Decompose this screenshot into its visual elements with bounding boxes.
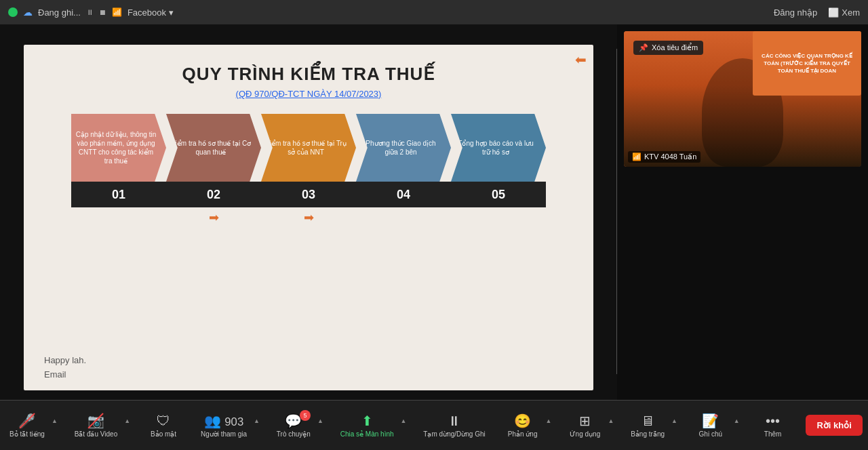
mic-button[interactable]: 🎤 Bỏ tắt tiếng — [5, 410, 49, 441]
more-label: Thêm — [764, 430, 782, 438]
steps-row: Cập nhật dữ liệu, thông tin vào phần mềm… — [37, 114, 580, 225]
slide-footer: Happy lah. Email — [44, 354, 86, 382]
video-button[interactable]: 📷 Bắt đầu Video — [71, 410, 122, 441]
slide-area: ⬅ QUY TRÌNH KIỂM TRA THUẾ (QĐ 970/QĐ-TCT… — [0, 24, 617, 424]
step-1-label: 01 — [71, 182, 166, 207]
chat-button[interactable]: 💬 5 Trò chuyện — [273, 410, 315, 441]
video-icon: 📷 — [87, 413, 104, 429]
wifi-icon: 📶 — [112, 7, 122, 17]
participants-icon: 👥 903 — [204, 413, 243, 429]
step-2-arrow: Kiểm tra hồ sơ thuế tại Cơ quan thuế — [166, 114, 261, 182]
main-area: ⬅ QUY TRÌNH KIỂM TRA THUẾ (QĐ 970/QĐ-TCT… — [0, 24, 868, 424]
step-3: Kiểm tra hồ sơ thuế tại Trụ sở của NNT 0… — [261, 114, 356, 225]
side-slide-thumbnail: CÁC CÔNG VIỆC QUAN TRỌNG KẾ TOÁN (TRƯỚC … — [753, 31, 861, 96]
step-3-below-arrow: ➡ — [304, 210, 314, 225]
participants-expand-icon[interactable]: ▲ — [254, 417, 260, 424]
mic-icon: 🎤 — [18, 413, 35, 429]
slide-frame: ⬅ QUY TRÌNH KIỂM TRA THUẾ (QĐ 970/QĐ-TCT… — [24, 45, 593, 390]
slide-subtitle: (QĐ 970/QĐ-TCT NGÀY 14/07/2023) — [24, 89, 593, 99]
mic-expand-icon[interactable]: ▲ — [52, 417, 58, 424]
pin-tooltip-text: Xóa tiêu điểm — [652, 43, 698, 52]
video-name-bar: 📶 KTV 4048 Tuấn — [628, 151, 701, 163]
participants-label: Người tham gia — [201, 430, 247, 438]
video-expand-icon[interactable]: ▲ — [124, 417, 130, 424]
reactions-expand-icon[interactable]: ▲ — [546, 417, 552, 424]
notes-button[interactable]: 📝 Ghi chú — [690, 410, 731, 441]
view-button[interactable]: ⬜ Xem — [828, 7, 860, 18]
signal-icon: 📶 — [632, 152, 642, 161]
mic-label: Bỏ tắt tiếng — [9, 430, 45, 438]
step-4-arrow: Phương thức Giao dịch giữa 2 bên — [356, 114, 451, 182]
end-button[interactable]: Rời khỏi — [806, 415, 862, 436]
video-name: KTV 4048 Tuấn — [644, 152, 696, 161]
share-label: Chia sẻ Màn hình — [340, 430, 394, 438]
step-1-arrow: Cập nhật dữ liệu, thông tin vào phần mềm… — [71, 114, 166, 182]
stop-icon[interactable]: ⏹ — [99, 8, 106, 16]
pin-icon: 📌 — [639, 43, 648, 52]
reactions-button[interactable]: 😊 Phản ứng — [502, 410, 543, 441]
security-group: 🛡 Bảo mật — [143, 411, 184, 441]
notes-expand-icon[interactable]: ▲ — [734, 417, 740, 424]
chat-badge: 5 — [300, 410, 311, 421]
pin-tooltip[interactable]: 📌 Xóa tiêu điểm — [633, 41, 703, 55]
video-label: Bắt đầu Video — [75, 430, 118, 438]
side-slide-text: CÁC CÔNG VIỆC QUAN TRỌNG KẾ TOÁN (TRƯỚC … — [753, 49, 861, 78]
share-icon: ⬆ — [361, 413, 373, 429]
apps-icon: ⊞ — [579, 413, 591, 429]
notes-group: 📝 Ghi chú ▲ — [690, 410, 740, 441]
recording-label: Đang ghi... — [38, 7, 81, 18]
step-2-below-arrow: ➡ — [209, 210, 219, 225]
view-icon: ⬜ — [828, 7, 839, 18]
step-3-arrow: Kiểm tra hồ sơ thuế tại Trụ sở của NNT — [261, 114, 356, 182]
chat-label: Trò chuyện — [277, 430, 311, 438]
step-5: Tổng hợp báo cáo và lưu trữ hồ sơ 05 — [451, 114, 546, 225]
whiteboard-expand-icon[interactable]: ▲ — [671, 417, 677, 424]
facebook-label: Facebook — [127, 7, 166, 18]
pause-icon[interactable]: ⏸ — [86, 8, 94, 16]
step-5-arrow: Tổng hợp báo cáo và lưu trữ hồ sơ — [451, 114, 546, 182]
right-panel: 📌 Xóa tiêu điểm 📶 KTV 4048 Tuấn CÁC CÔNG… — [617, 24, 868, 424]
apps-button[interactable]: ⊞ Ứng dụng — [564, 410, 605, 441]
reactions-icon: 😊 — [514, 413, 531, 429]
record-icon: ⏸ — [448, 413, 461, 429]
security-label: Bảo mật — [151, 430, 176, 438]
cloud-icon: ☁ — [23, 7, 33, 18]
record-button[interactable]: ⏸ Tạm dừng/Dừng Ghi — [419, 411, 489, 441]
chevron-down-icon: ▾ — [169, 7, 174, 18]
step-2-label: 02 — [166, 182, 261, 207]
reactions-label: Phản ứng — [508, 430, 538, 438]
topbar-left: ☁ Đang ghi... ⏸ ⏹ 📶 Facebook ▾ — [8, 7, 766, 18]
recording-dot — [8, 7, 18, 17]
apps-label: Ứng dụng — [570, 430, 601, 438]
share-button[interactable]: ⬆ Chia sẻ Màn hình — [336, 410, 398, 441]
toolbar: 🎤 Bỏ tắt tiếng ▲ 📷 Bắt đầu Video ▲ 🛡 Bảo… — [0, 400, 868, 450]
more-button[interactable]: ••• Thêm — [753, 411, 793, 441]
mic-group: 🎤 Bỏ tắt tiếng ▲ — [5, 410, 58, 441]
back-arrow-icon[interactable]: ⬅ — [575, 52, 587, 68]
step-2: Kiểm tra hồ sơ thuế tại Cơ quan thuế 02 … — [166, 114, 261, 225]
participants-group: 👥 903 Người tham gia ▲ — [197, 410, 260, 441]
record-group: ⏸ Tạm dừng/Dừng Ghi — [419, 411, 489, 441]
step-4: Phương thức Giao dịch giữa 2 bên 04 — [356, 114, 451, 225]
chat-group: 💬 5 Trò chuyện ▲ — [273, 410, 323, 441]
whiteboard-icon: 🖥 — [641, 413, 654, 429]
apps-group: ⊞ Ứng dụng ▲ — [564, 410, 614, 441]
participants-button[interactable]: 👥 903 Người tham gia — [197, 410, 251, 441]
login-button[interactable]: Đăng nhập — [774, 7, 817, 18]
share-group: ⬆ Chia sẻ Màn hình ▲ — [336, 410, 407, 441]
apps-expand-icon[interactable]: ▲ — [608, 417, 614, 424]
record-label: Tạm dừng/Dừng Ghi — [423, 430, 485, 438]
whiteboard-button[interactable]: 🖥 Bảng trắng — [627, 411, 669, 441]
share-expand-icon[interactable]: ▲ — [401, 417, 407, 424]
whiteboard-label: Bảng trắng — [631, 430, 665, 438]
chat-expand-icon[interactable]: ▲ — [317, 417, 323, 424]
security-button[interactable]: 🛡 Bảo mật — [143, 411, 184, 441]
more-group: ••• Thêm — [753, 411, 793, 441]
step-4-label: 04 — [356, 182, 451, 207]
whiteboard-group: 🖥 Bảng trắng ▲ — [627, 411, 677, 441]
security-icon: 🛡 — [157, 413, 170, 429]
more-icon: ••• — [766, 413, 780, 429]
reactions-group: 😊 Phản ứng ▲ — [502, 410, 552, 441]
notes-icon: 📝 — [702, 413, 719, 429]
facebook-menu[interactable]: Facebook ▾ — [127, 7, 174, 18]
